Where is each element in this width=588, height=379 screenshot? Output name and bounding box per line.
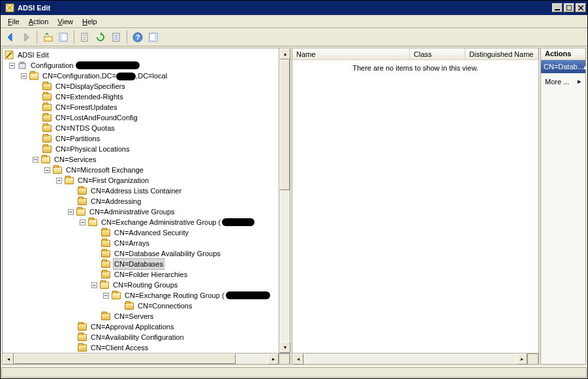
column-header-name[interactable]: Name bbox=[292, 48, 410, 59]
folder-icon bbox=[77, 343, 87, 352]
collapse-icon[interactable]: − bbox=[91, 282, 97, 288]
window-title: ADSI Edit bbox=[18, 4, 551, 12]
folder-icon bbox=[101, 239, 111, 248]
menu-action[interactable]: Action bbox=[24, 16, 54, 27]
redacted-text bbox=[116, 73, 136, 80]
folder-icon bbox=[42, 82, 52, 91]
tree-node-exch-routing-group[interactable]: −CN=Exchange Routing Group ( bbox=[3, 290, 279, 301]
folder-icon bbox=[42, 144, 52, 154]
collapse-icon[interactable]: − bbox=[80, 220, 85, 225]
tree-node[interactable]: CN=Connections bbox=[3, 301, 279, 311]
tree-label: CN=Address Lists Container bbox=[89, 186, 183, 196]
tree-node[interactable]: CN=Extended-Rights bbox=[3, 91, 279, 102]
vertical-scrollbar[interactable]: ▴ ▾ bbox=[279, 48, 290, 353]
scroll-right-button[interactable]: ▸ bbox=[268, 354, 279, 365]
menu-view[interactable]: View bbox=[53, 16, 78, 27]
scroll-thumb[interactable] bbox=[279, 59, 290, 190]
back-button[interactable] bbox=[3, 30, 18, 44]
collapse-icon[interactable]: − bbox=[33, 157, 39, 163]
collapse-icon[interactable]: − bbox=[56, 178, 62, 184]
folder-icon bbox=[77, 186, 87, 195]
help-button[interactable]: ? bbox=[131, 30, 145, 44]
minimize-button[interactable] bbox=[552, 3, 563, 12]
tree-node[interactable]: CN=Client Access bbox=[3, 342, 279, 353]
scroll-left-button[interactable]: ◂ bbox=[3, 354, 14, 365]
close-button[interactable] bbox=[576, 3, 586, 12]
collapse-icon[interactable]: − bbox=[68, 209, 74, 215]
scroll-track[interactable] bbox=[279, 190, 290, 342]
tree-node[interactable]: CN=Addressing bbox=[3, 196, 279, 206]
tree-label: CN=Arrays bbox=[113, 238, 151, 248]
tree-node-admin-groups[interactable]: −CN=Administrative Groups bbox=[3, 206, 279, 217]
tree-node-configuration-dn[interactable]: − CN=Configuration,DC=,DC=local bbox=[3, 71, 279, 81]
scroll-down-button[interactable]: ▾ bbox=[279, 342, 290, 353]
tree-node[interactable]: CN=Address Lists Container bbox=[3, 186, 279, 196]
status-bar bbox=[1, 366, 587, 378]
tree-node-root[interactable]: ADSI Edit bbox=[3, 50, 279, 60]
actions-more[interactable]: More ... ▸ bbox=[541, 73, 585, 90]
tree-node[interactable]: CN=DisplaySpecifiers bbox=[3, 81, 279, 91]
export-list-button[interactable] bbox=[78, 30, 92, 44]
horizontal-scrollbar[interactable]: ◂ ▸ bbox=[292, 353, 538, 364]
folder-icon bbox=[101, 228, 111, 237]
tree-node[interactable]: CN=Advanced Security bbox=[3, 227, 279, 238]
tree-label-selected: CN=Databases bbox=[113, 258, 164, 270]
refresh-button[interactable] bbox=[93, 30, 108, 44]
tree-node[interactable]: CN=Servers bbox=[3, 311, 279, 321]
scroll-right-button[interactable]: ▸ bbox=[516, 354, 527, 365]
tree-label: ADSI Edit bbox=[16, 50, 50, 60]
column-header-dn[interactable]: Distinguished Name bbox=[465, 48, 538, 59]
column-header-class[interactable]: Class bbox=[410, 48, 465, 59]
tree-label: CN=Advanced Security bbox=[113, 227, 190, 238]
collapse-icon[interactable]: − bbox=[9, 63, 15, 69]
naming-context-icon bbox=[17, 61, 27, 70]
tree-node-config-context[interactable]: − Configuration bbox=[3, 60, 279, 71]
show-hide-tree-button[interactable] bbox=[56, 30, 70, 44]
collapse-icon[interactable]: − bbox=[44, 167, 50, 173]
tree-node-first-org[interactable]: −CN=First Organization bbox=[3, 175, 279, 186]
maximize-button[interactable] bbox=[564, 3, 574, 12]
actions-context-header[interactable]: CN=Datab... ▴ bbox=[541, 60, 585, 73]
chevron-right-icon: ▸ bbox=[578, 77, 581, 86]
up-button[interactable] bbox=[40, 30, 55, 44]
folder-icon bbox=[101, 270, 111, 279]
show-hide-action-pane-button[interactable] bbox=[146, 30, 161, 44]
collapse-icon[interactable]: − bbox=[103, 293, 109, 299]
scroll-track[interactable] bbox=[303, 354, 516, 364]
folder-open-icon bbox=[29, 71, 39, 80]
scroll-up-button[interactable]: ▴ bbox=[279, 48, 290, 59]
svg-rect-1 bbox=[555, 9, 560, 10]
tree-node[interactable]: CN=Physical Locations bbox=[3, 144, 279, 154]
menu-help[interactable]: Help bbox=[78, 16, 102, 27]
tree-scroll[interactable]: ADSI Edit − Configuration − CN=Configura… bbox=[3, 48, 279, 353]
tree-node[interactable]: CN=NTDS Quotas bbox=[3, 123, 279, 133]
folder-open-icon bbox=[52, 165, 63, 174]
tree-node[interactable]: CN=Availability Configuration bbox=[3, 332, 279, 342]
tree-node[interactable]: CN=Partitions bbox=[3, 133, 279, 144]
scroll-track[interactable] bbox=[236, 354, 268, 364]
tree-node-databases[interactable]: CN=Databases bbox=[3, 259, 279, 269]
tree-node[interactable]: CN=Folder Hierarchies bbox=[3, 269, 279, 280]
tree-node-routing-groups[interactable]: −CN=Routing Groups bbox=[3, 280, 279, 290]
tree-node[interactable]: CN=Arrays bbox=[3, 238, 279, 248]
tree-label: CN=Extended-Rights bbox=[54, 91, 125, 102]
tree-label: CN=Folder Hierarchies bbox=[113, 269, 189, 280]
tree-node[interactable]: CN=Approval Applications bbox=[3, 321, 279, 332]
collapse-icon[interactable]: − bbox=[21, 73, 27, 79]
scroll-left-button[interactable]: ◂ bbox=[292, 354, 303, 365]
scroll-thumb[interactable] bbox=[14, 354, 236, 364]
svg-rect-17 bbox=[155, 33, 157, 41]
tree-label: CN=Database Availability Groups bbox=[113, 248, 222, 259]
properties-button[interactable] bbox=[109, 30, 123, 44]
tree-node[interactable]: CN=Database Availability Groups bbox=[3, 248, 279, 259]
tree-node-services[interactable]: −CN=Services bbox=[3, 154, 279, 165]
tree-node[interactable]: CN=LostAndFoundConfig bbox=[3, 112, 279, 123]
list-pane: Name Class Distinguished Name There are … bbox=[292, 48, 539, 365]
tree-node[interactable]: CN=ForestUpdates bbox=[3, 102, 279, 112]
tree-node-exch-admin-group[interactable]: −CN=Exchange Administrative Group ( bbox=[3, 217, 279, 227]
forward-button[interactable] bbox=[19, 30, 33, 44]
tree-node-ms-exchange[interactable]: −CN=Microsoft Exchange bbox=[3, 165, 279, 175]
menu-file[interactable]: File bbox=[3, 16, 24, 27]
folder-icon bbox=[42, 134, 52, 143]
horizontal-scrollbar[interactable]: ◂ ▸ bbox=[3, 353, 290, 364]
